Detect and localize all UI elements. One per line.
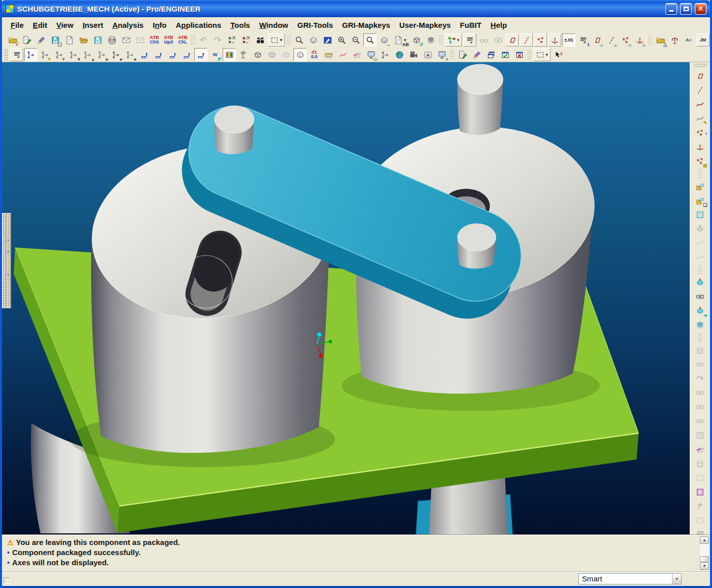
library-folder-button[interactable]: △ [654,33,667,47]
model-copy-edit-button[interactable] [20,33,33,47]
datum-axis-tool[interactable] [693,83,707,97]
sash-gripper[interactable] [7,213,11,308]
sweep-tool[interactable]: ➜ [693,304,707,317]
line-style-dotted-button[interactable] [166,48,179,61]
close-button[interactable]: × [695,3,706,15]
shaded-button[interactable] [294,48,307,61]
menu-item-fubit[interactable]: FuBIT [455,19,486,31]
regenerate-manual-button[interactable] [239,33,253,47]
plane-tag-display-button[interactable] [591,33,604,47]
datum-axis-display-button[interactable] [520,33,533,47]
sash-gripper[interactable] [2,213,7,308]
slot-tool[interactable] [693,208,707,221]
menu-item-info[interactable]: Info [148,19,172,31]
annotation-display-button[interactable]: 1 [576,33,590,47]
collapsed-panel-sash[interactable]: › › › [2,213,12,308]
flange-tool[interactable] [693,222,707,235]
model-size-button[interactable]: ▭ [364,48,378,61]
datum-point-tool[interactable]: › [693,126,707,139]
atb-check-links-button[interactable]: ATBChL [176,33,189,47]
tree-filter-button[interactable]: ▼ [38,48,52,61]
draft-tool[interactable] [693,414,707,428]
wireframe-button[interactable] [251,48,264,61]
wrap-tool[interactable] [693,457,707,470]
model-compare-button[interactable] [668,33,681,47]
web-browser-button[interactable] [393,48,406,61]
atb-check-status-button[interactable]: ATBChS [148,33,161,47]
edge-chamfer-tool[interactable] [693,400,707,413]
datum-curve-tool[interactable] [693,98,707,111]
sash-expand-chevron[interactable]: › [7,272,9,277]
line-style-solid-button[interactable] [138,48,151,61]
graphics-viewport[interactable]: › › › [2,62,690,534]
chevron-down-icon[interactable]: ▾ [546,52,548,57]
zoom-in-button[interactable] [335,33,348,47]
menu-item-analysis[interactable]: Analysis [108,19,148,31]
view-manager-button[interactable]: ↺ [410,33,423,47]
menu-item-edit[interactable]: Edit [28,19,52,31]
datum-point-display-button[interactable] [534,33,547,47]
shell-tool[interactable] [693,358,707,371]
menu-item-gri-tools[interactable]: GRI-Tools [293,19,338,31]
scroll-thumb[interactable] [700,556,709,562]
sketch-edit-button[interactable] [34,33,48,47]
menu-item-tools[interactable]: Tools [226,19,255,31]
scroll-down-button[interactable]: ▼ [700,562,709,570]
offset-tool[interactable] [693,528,707,534]
point-tag-display-button[interactable] [619,33,632,47]
regenerate-button[interactable] [225,33,238,47]
render-lights-button[interactable] [237,48,250,61]
zoom-out-button[interactable] [349,33,362,47]
flyout-chevron-icon[interactable]: › [705,130,707,136]
swept-blend-tool[interactable] [693,318,707,331]
selection-filter-combo[interactable]: Smart ▾ [578,573,682,584]
extrude-tool[interactable] [693,276,707,289]
layers-button[interactable] [424,33,437,47]
system-info-button[interactable]: ≡ [435,48,448,61]
new-window-button[interactable] [484,48,497,61]
orient-mode-button[interactable] [307,33,320,47]
menu-item-help[interactable]: Help [486,19,512,31]
pattern-tool[interactable] [693,429,707,442]
round-tool[interactable]: ↷ [693,372,707,385]
hide-button[interactable] [477,33,490,47]
menu-item-user-mapkeys[interactable]: User-Mapkeys [395,19,455,31]
redo-button[interactable]: ↷ [211,33,224,47]
line-style-default-button[interactable] [180,48,193,61]
chevron-down-icon[interactable]: ▾ [280,37,282,43]
find-button[interactable] [254,33,267,47]
unhide-button[interactable] [491,33,505,47]
menu-item-file[interactable]: File [6,19,28,31]
structure-tree-button[interactable] [379,48,392,61]
tree-highlight-button[interactable]: ▸ [109,48,122,61]
datum-plane-tool[interactable] [693,69,707,82]
datum-csys-tool[interactable] [693,140,707,153]
trim-tool[interactable] [693,514,707,527]
model-tree-toggle-button[interactable] [24,48,37,61]
message-log-button[interactable] [10,48,23,61]
reorient-button[interactable]: ↔ [378,33,391,47]
activate-window-button[interactable] [498,48,512,61]
ear-tool[interactable] [693,250,707,264]
animation-button[interactable] [407,48,420,61]
dimension-info-button[interactable]: d10.0 [308,48,321,61]
no-hidden-button[interactable] [279,48,292,61]
boundary-blend-tool[interactable] [693,485,707,498]
print-button[interactable] [105,33,118,47]
hole-tool[interactable] [693,344,707,357]
minimize-button[interactable] [665,3,677,15]
undo-button[interactable]: ↶ [197,33,210,47]
sketch-tool[interactable]: ✎ [693,112,707,125]
title-bar[interactable]: SCHUBGETRIEBE_MECH (Active) - Pro/ENGINE… [2,0,710,17]
chevron-down-icon[interactable]: ▾ [457,37,459,43]
open-file-button[interactable] [77,33,90,47]
tree-collapse-button[interactable]: ▴ [81,48,94,61]
maximize-button[interactable] [680,3,692,15]
tree-sync-button[interactable]: ▸ [123,48,137,61]
create-component-tool[interactable]: ❏ [693,194,707,207]
display-nodes-button[interactable]: ▾ [445,33,462,47]
datum-csys-display-button[interactable] [548,33,561,47]
named-views-button[interactable]: AB▾ [392,33,409,47]
save-backup-button[interactable]: ❏ [49,33,62,47]
new-file-button[interactable] [63,33,76,47]
